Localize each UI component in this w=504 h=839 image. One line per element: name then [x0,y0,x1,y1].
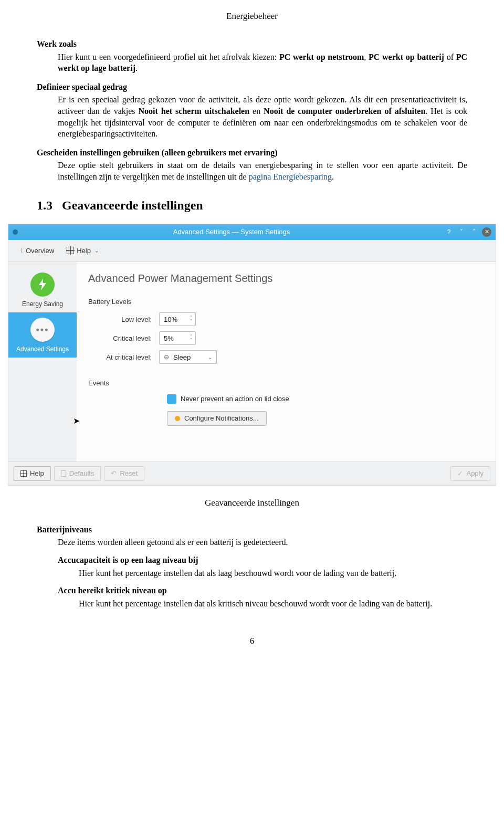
critical-level-label: Critical level: [88,334,159,343]
batterijniveaus-body: Deze items worden alleen getoond als er … [58,537,467,548]
bolt-icon [30,272,55,297]
critical-level-spinner[interactable]: 5% ˄˅ [159,331,196,345]
chevron-down-icon: ⌄ [208,354,212,361]
reset-label: Reset [120,469,138,478]
undo-icon: ↶ [111,469,117,478]
help-button[interactable]: Help ⌄ [61,244,104,258]
battery-levels-label: Battery Levels [88,297,484,307]
defgedrag-body: Er is een speciaal gedrag gekozen voor d… [58,94,467,139]
defaults-button[interactable]: Defaults [54,466,101,481]
low-level-row: Low level: 10% ˄˅ [88,312,484,326]
defgedrag-title: Definieer speciaal gedrag [37,81,467,93]
dg-d: Nooit de computer onderbreken of afsluit… [264,107,425,116]
sidebar-item-energy-saving[interactable]: Energy Saving [8,267,77,312]
dg-c: en [249,107,264,116]
dialog-footer: Help Defaults ↶ Reset ✓ Apply [8,462,496,485]
check-icon: ✓ [457,469,463,478]
lid-close-row: Never prevent an action on lid close [167,394,484,404]
gs-link[interactable]: pagina Energiebesparing [249,172,332,181]
more-icon: ••• [30,318,55,342]
panel-title: Advanced Power Management Settings [88,271,484,286]
accu-kritiek-title: Accu bereikt kritiek niveau op [58,585,467,596]
at-critical-combo[interactable]: ⊖ Sleep ⌄ [159,350,217,364]
help-grid-icon [67,247,74,254]
sidebar-advanced-label: Advanced Settings [10,345,75,353]
maximize-icon[interactable]: ˄ [469,227,479,237]
lid-close-label: Never prevent an action on lid close [181,394,289,404]
at-critical-label: At critical level: [88,353,159,362]
window-titlebar: Advanced Settings — System Settings ? ˅ … [8,224,496,240]
advanced-settings-screenshot: Advanced Settings — System Settings ? ˅ … [8,224,496,486]
footer-help-button[interactable]: Help [14,466,51,481]
lid-close-checkbox[interactable] [167,394,176,404]
heading-number: 1.3 [37,198,52,212]
defaults-label: Defaults [69,469,94,478]
section-1-3-heading: 1.3Geavanceerde instellingen [37,197,467,214]
footer-help-label: Help [30,469,44,478]
wz-sep1: , [364,53,369,61]
low-level-spinner[interactable]: 10% ˄˅ [159,312,196,326]
wz-prefix: Hier kunt u een voorgedefinieerd profiel… [58,53,279,61]
chevron-down-icon: ⌄ [94,247,99,255]
accu-laag-body: Hier kunt het percentage instellen dat a… [79,568,467,579]
configure-notifications-button[interactable]: Configure Notifications... [167,411,267,426]
spinner-arrows-icon: ˄˅ [188,316,194,323]
page-number: 6 [37,635,467,647]
dg-b: Nooit het scherm uitschakelen [139,107,250,116]
critical-level-row: Critical level: 5% ˄˅ [88,331,484,345]
minimize-icon[interactable]: ˅ [457,227,466,237]
low-level-value: 10% [164,315,188,324]
critical-level-value: 5% [164,334,188,343]
batterijniveaus-title: Batterijniveaus [37,524,467,536]
werkzoals-body: Hier kunt u een voorgedefinieerd profiel… [58,51,467,74]
overview-label: Overview [26,246,54,256]
low-level-label: Low level: [88,315,159,324]
configure-notifications-label: Configure Notifications... [184,414,259,423]
accu-kritiek-body: Hier kunt het percentage instellen dat a… [79,598,467,610]
help-icon[interactable]: ? [444,227,454,237]
main-panel: Advanced Power Management Settings Batte… [77,262,496,462]
apply-button[interactable]: ✓ Apply [450,466,490,481]
wz-sep2: of [444,53,456,61]
reset-button[interactable]: ↶ Reset [104,466,144,481]
doc-header: Energiebeheer [37,11,467,23]
help-grid-icon [20,470,27,477]
sidebar-energy-label: Energy Saving [10,300,75,308]
sleep-icon: ⊖ [164,353,169,361]
gescheiden-title: Gescheiden instellingen gebruiken (allee… [37,147,467,159]
gs-b: . [332,172,334,181]
wz-opt2: PC werkt op batterij [369,53,444,61]
app-icon [13,229,18,235]
document-icon [61,470,66,477]
at-critical-row: At critical level: ⊖ Sleep ⌄ [88,350,484,364]
spinner-arrows-icon: ˄˅ [188,334,194,342]
werkzoals-title: Werk zoals [37,38,467,50]
apply-label: Apply [466,469,484,478]
figure-caption: Geavanceerde instellingen [37,497,467,509]
wz-opt1: PC werkt op netstroom [279,53,364,61]
close-icon[interactable]: ✕ [482,227,491,237]
accu-laag-title: Accucapaciteit is op een laag niveau bij [58,554,467,566]
at-critical-value: Sleep [173,353,191,362]
bell-icon [175,416,180,421]
cursor-icon: ➤ [73,415,80,427]
overview-button[interactable]: 〈 Overview [12,244,59,258]
window-title: Advanced Settings — System Settings [22,227,441,237]
gescheiden-body: Deze optie stelt gebruikers in staat om … [58,160,467,182]
sidebar: Energy Saving ••• Advanced Settings [8,262,77,462]
toolbar: 〈 Overview Help ⌄ [8,240,496,262]
events-label: Events [88,379,484,388]
sidebar-item-advanced-settings[interactable]: ••• Advanced Settings [8,312,77,358]
help-label: Help [77,246,91,256]
heading-text: Geavanceerde instellingen [62,198,203,212]
wz-suffix: . [135,64,138,72]
chevron-left-icon: 〈 [17,246,23,255]
